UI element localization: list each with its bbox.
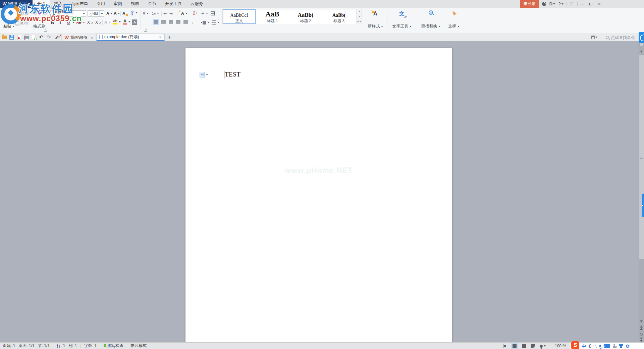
borders-button[interactable] (212, 19, 219, 26)
punctuation-icon[interactable]: °, (595, 344, 597, 348)
help-button[interactable]: ? (558, 1, 564, 6)
view-page-button[interactable] (511, 343, 518, 349)
find-command-hint[interactable]: 点此查找命令 (611, 35, 635, 41)
text-outline-button[interactable]: A (104, 19, 111, 26)
find-command-button[interactable] (604, 35, 610, 40)
account-icon[interactable]: 2 (612, 344, 616, 348)
dialog-launcher-font[interactable] (144, 29, 147, 32)
prev-page-button[interactable] (639, 325, 644, 330)
bold-button[interactable]: B (51, 19, 54, 26)
scroll-up-button[interactable] (639, 49, 644, 54)
ime-mode-button[interactable]: 中 (582, 344, 586, 348)
scroll-down-button[interactable] (639, 319, 644, 324)
open-button[interactable] (1, 35, 7, 40)
menu-tab-insert[interactable]: 插入 (50, 0, 67, 8)
line-spacing-button[interactable]: ↕ (192, 19, 203, 26)
close-button[interactable]: × (595, 0, 604, 8)
compat-mode-button[interactable]: 兼容模式 (130, 343, 147, 349)
superscript-button[interactable]: X2 (87, 19, 93, 26)
save-button[interactable] (9, 35, 15, 40)
tab-close-icon[interactable]: × (159, 35, 162, 39)
new-tab-button[interactable]: + (166, 35, 172, 40)
shading-button[interactable] (203, 19, 210, 26)
zoom-level[interactable]: 100 % (555, 344, 566, 348)
paragraph-marks-button[interactable]: ↵ (201, 10, 208, 16)
document-tab-active[interactable]: example.doc (只读) × (96, 34, 165, 41)
menu-tab-page-layout[interactable]: 页面布局 (67, 0, 92, 8)
document-tab-home[interactable]: W 我的WPS × (61, 34, 96, 41)
app-menu-button[interactable]: W WPS 文字 (0, 0, 33, 8)
menu-tab-home[interactable]: 开始 (33, 0, 50, 8)
sogou-icon[interactable]: S (571, 341, 579, 349)
eye-protect-button[interactable] (539, 343, 546, 349)
align-center-button[interactable] (160, 19, 167, 25)
scroll-thumb[interactable] (639, 55, 644, 259)
view-web-button[interactable] (530, 343, 537, 349)
redo-button[interactable]: ↷ (46, 35, 52, 40)
floating-help-button[interactable] (639, 32, 644, 43)
menu-tab-view[interactable]: 视图 (126, 0, 144, 8)
style-item-heading1[interactable]: AaB 标题 1 (256, 9, 289, 24)
sort-button[interactable]: AZ ↓ (193, 10, 198, 16)
keyboard-icon[interactable]: ⌨ (603, 344, 610, 348)
justify-button[interactable] (175, 19, 181, 25)
moon-icon[interactable]: ☾ (588, 344, 592, 348)
font-size-select[interactable]: 小四 (88, 10, 104, 17)
menu-tab-review[interactable]: 审阅 (109, 0, 126, 8)
format-painter-button[interactable]: 格式刷 (32, 9, 47, 31)
decrease-font-button[interactable]: A− (114, 10, 119, 16)
docer-button[interactable]: D (549, 1, 555, 6)
mic-icon[interactable] (599, 345, 601, 347)
share-icon[interactable] (570, 2, 574, 6)
undo-button[interactable]: ↶ (38, 35, 44, 40)
new-style-button[interactable]: ✳A 新样式 (365, 9, 386, 31)
increase-indent-button[interactable]: ⇥ (169, 10, 173, 16)
next-page-button[interactable] (639, 337, 644, 342)
style-item-heading3[interactable]: AaBb( 标题 3 (322, 9, 356, 24)
font-family-select[interactable]: Times New Romar (50, 10, 86, 17)
tab-close-icon[interactable]: × (90, 36, 93, 40)
print-button[interactable] (23, 35, 30, 40)
customize-quickbar-button[interactable] (55, 35, 61, 40)
scrollbar-top-icon[interactable] (640, 43, 643, 46)
theme-icon[interactable] (542, 2, 546, 6)
dialog-launcher-clipboard[interactable] (44, 29, 47, 32)
view-fullscreen-button[interactable] (501, 343, 509, 349)
menu-tab-dev-tools[interactable]: 开发工具 (161, 0, 186, 8)
character-shading-button[interactable]: A (132, 19, 137, 25)
side-panel-handle[interactable] (642, 194, 644, 217)
document-page[interactable]: TEST www.pHome.NET (185, 48, 452, 342)
gallery-scroll-down-button[interactable]: ▼ (357, 14, 362, 19)
view-outline-button[interactable] (520, 343, 528, 349)
pinyin-guide-button[interactable]: wén文 (130, 10, 138, 16)
strikethrough-button[interactable]: AB (76, 19, 85, 26)
login-button[interactable]: 未登录 (520, 0, 539, 8)
italic-button[interactable]: I (60, 19, 61, 26)
menu-tab-section[interactable]: 章节 (144, 0, 161, 8)
decrease-indent-button[interactable]: ⇤ (163, 10, 167, 16)
skin-icon[interactable] (619, 344, 623, 348)
menu-tab-cloud[interactable]: 云服务 (186, 0, 208, 8)
numbering-button[interactable]: 1≡ (152, 10, 159, 16)
align-right-button[interactable] (167, 19, 174, 25)
bullets-button[interactable]: ≡ (143, 10, 149, 16)
gallery-scroll-up-button[interactable]: ▲ (357, 9, 362, 14)
highlight-button[interactable]: ab (113, 19, 121, 25)
minimize-button[interactable] (578, 0, 586, 8)
subscript-button[interactable]: X2 (95, 19, 101, 26)
print-preview-button[interactable] (31, 35, 37, 40)
layout-switch-button[interactable] (591, 35, 597, 40)
align-left-button[interactable] (153, 19, 159, 25)
maximize-button[interactable] (586, 0, 595, 8)
copy-button[interactable]: 复制 (15, 20, 28, 26)
find-replace-button[interactable]: ab 查找替换 (418, 9, 443, 31)
underline-button[interactable]: U (67, 19, 74, 26)
settings-icon[interactable]: ⚙ (626, 344, 630, 348)
select-button[interactable]: 选择 (445, 9, 463, 31)
spellcheck-indicator[interactable]: 拼写检查 (104, 343, 123, 349)
text-effects-button[interactable]: *A (181, 10, 187, 16)
font-color-button[interactable]: A (123, 19, 130, 25)
distribute-button[interactable] (182, 19, 189, 25)
cut-button[interactable]: ✂剪切 (15, 10, 28, 16)
browse-object-button[interactable] (639, 332, 644, 337)
